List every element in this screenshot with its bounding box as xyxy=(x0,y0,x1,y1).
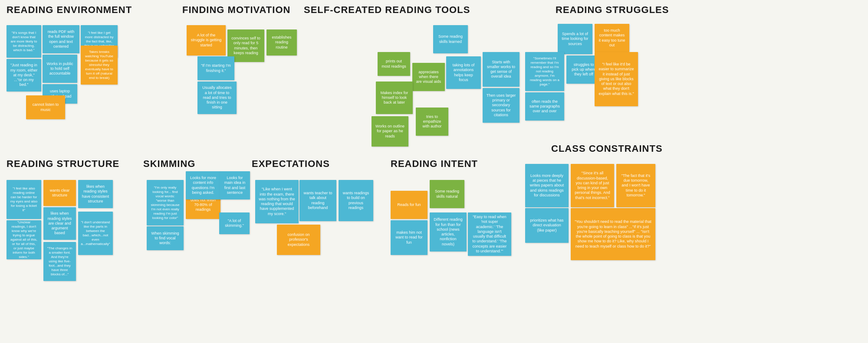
sticky-sct3: appreciates when there are visual aids xyxy=(412,63,445,91)
sticky-ri3: Some reading skills natural xyxy=(430,180,464,208)
sticky-sct7: Makes index for himself to look back at … xyxy=(376,82,413,114)
sticky-cc5: "You shouldn't need to read the material… xyxy=(571,208,655,260)
sticky-re8: cannot listen to music xyxy=(26,95,65,119)
sticky-rs3: "Sometimes I'll remember that I'm readin… xyxy=(525,52,564,91)
sticky-sk5: "A lot of skimming." xyxy=(219,212,250,234)
sticky-re1: "It's songs that I don't know that are m… xyxy=(7,25,41,58)
section-expectations: EXPECTATIONS xyxy=(252,158,330,170)
sticky-ri2: makes him not want to read for fun xyxy=(391,220,427,255)
section-reading-environment: READING ENVIRONMENT xyxy=(7,4,132,16)
sticky-re4: Takes breaks watching YouTube because it… xyxy=(81,46,118,85)
sticky-rs5: often reads the same paragraphs over and… xyxy=(525,92,564,121)
sticky-sct2: prints out most readings xyxy=(378,52,410,76)
sticky-sk2: When skimming to find vocal words: xyxy=(147,226,184,250)
sticky-sct8: tries to empathize with author xyxy=(416,108,448,136)
sticky-rst3: likes when reading styles have consisten… xyxy=(78,180,113,208)
sticky-rst6: "The changes in a smaller font. And they… xyxy=(43,242,76,281)
sticky-re5: "Just reading in my room, either at my d… xyxy=(7,59,41,91)
sticky-cc3: "The fact that it's due tomorrow, and I … xyxy=(616,164,655,207)
sticky-re2: reads PDF with the full window open and … xyxy=(43,25,79,53)
section-class-constraints: CLASS CONSTRAINTS xyxy=(551,143,663,154)
sticky-rs1: Spends a lot of time looking for sources xyxy=(558,24,592,54)
sticky-sct9: Works on outline for paper as he reads xyxy=(372,116,408,147)
sticky-fm5: Usually allocates a lot of time to read … xyxy=(197,82,237,114)
sticky-ri4: Different reading for fun than for schoo… xyxy=(430,212,467,252)
sticky-rst5: "Unclear readings, I don't know why we'r… xyxy=(7,220,41,259)
sticky-rst7: "I don't understand like the parts in be… xyxy=(78,212,113,255)
sticky-cc4: prioritizes what has direct evaluation (… xyxy=(525,208,569,243)
sticky-sk1: "I'm only really looking for... find voc… xyxy=(147,180,184,225)
sticky-re6: Works in public to hold self accountable xyxy=(43,55,77,83)
sticky-rst2: wants clear structure xyxy=(43,180,76,206)
sticky-ex4: confusion on professor's expectations xyxy=(277,225,320,255)
section-reading-intent: READING INTENT xyxy=(391,158,478,170)
sticky-sct6: Then uses larger primary or secondary so… xyxy=(483,88,519,123)
sticky-sk4: Looks for more content info questions I'… xyxy=(186,171,220,199)
section-skimming: SKIMMING xyxy=(143,158,195,170)
section-finding-motivation: FINDING MOTIVATION xyxy=(182,4,290,16)
sticky-ex1: "Like when I went into the exam, there w… xyxy=(255,180,299,223)
sticky-rst1: "I feel like also reading online can be … xyxy=(7,180,41,219)
sticky-sk6: Looks for main idea in first and last se… xyxy=(220,171,250,199)
section-reading-structure: READING STRUCTURE xyxy=(7,158,119,170)
sticky-fm3: establishes reading routine xyxy=(266,29,297,56)
sticky-sct4: taking lots of annotations helps keep fo… xyxy=(446,56,481,89)
sticky-cc2: "Since it's all discussion-based, you ca… xyxy=(571,164,614,207)
sticky-fm1: A lot of the struggle is getting started xyxy=(187,25,226,56)
section-reading-struggles: READING STRUGGLES xyxy=(556,4,669,16)
sticky-ex2: wants teacher to talk about reading befo… xyxy=(299,180,336,221)
sticky-ex3: wants readings to build on previous read… xyxy=(339,180,373,221)
sticky-cc1: Looks more deeply at pieces that he writ… xyxy=(525,164,569,207)
sticky-rs2: too much content makes it easy too tune … xyxy=(595,24,629,52)
sticky-sct5: Starts with smaller works to get sense o… xyxy=(483,52,519,87)
sticky-ri5: "Easy to read when 'not super academic.'… xyxy=(468,212,511,256)
sticky-rst4: likes when reading styles are clear and … xyxy=(43,207,76,240)
sticky-sct1: Some reading skills learned xyxy=(433,25,468,53)
sticky-ri1: Reads for fun xyxy=(391,191,427,219)
sticky-fm4: "If I'm starting I'm finishing it." xyxy=(197,56,234,80)
sticky-rs6: "I feel like it'd be easier to summarize… xyxy=(595,52,638,106)
section-self-created-tools: SELF-CREATED READING TOOLS xyxy=(304,4,470,16)
